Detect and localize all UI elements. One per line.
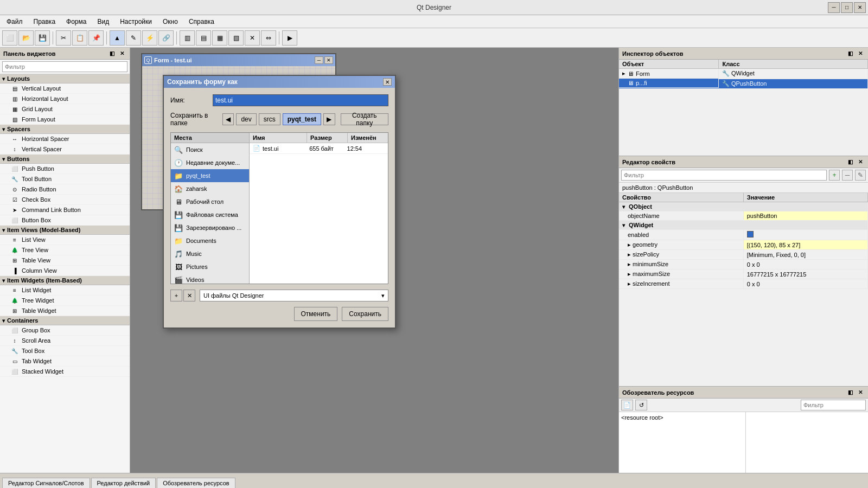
prop-value-objectname[interactable]: pushButton: [743, 211, 867, 221]
place-search[interactable]: 🔍 Поиск: [171, 143, 249, 156]
place-reserved[interactable]: 💾 Зарезервировано ...: [171, 221, 249, 234]
toolbar-form-layout[interactable]: ▧: [228, 30, 244, 46]
prop-maximumsize[interactable]: ▸ maximumSize 16777215 x 16777215: [619, 269, 868, 279]
widget-item-horizontal-layout[interactable]: ▥ Horizontal Layout: [0, 94, 130, 104]
widget-item-radio-button[interactable]: ⊙ Radio Button: [0, 184, 130, 195]
res-close-icon[interactable]: ✕: [856, 388, 865, 396]
path-forward-btn[interactable]: ▶: [323, 113, 335, 125]
menu-help[interactable]: Справка: [184, 17, 219, 27]
prop-name-maximumsize[interactable]: ▸ maximumSize: [619, 269, 743, 279]
toolbar-signal-slot[interactable]: ⚡: [142, 30, 157, 46]
prop-name-geometry[interactable]: ▸ geometry: [619, 240, 743, 250]
widget-filter-input[interactable]: [2, 61, 127, 72]
file-row-testui[interactable]: 📄 test.ui 655 байт 12:54: [250, 143, 388, 154]
widget-item-column-view[interactable]: ▐ Column View: [0, 266, 130, 276]
prop-name-sizepolicy[interactable]: ▸ sizePolicy: [619, 250, 743, 260]
widget-item-table-view[interactable]: ⊞ Table View: [0, 255, 130, 266]
category-buttons[interactable]: Buttons: [0, 155, 130, 164]
save-button[interactable]: Сохранить: [342, 307, 388, 321]
menu-view[interactable]: Вид: [93, 17, 113, 27]
minimize-button[interactable]: ─: [828, 2, 840, 13]
toolbar-save[interactable]: 💾: [35, 30, 50, 46]
toolbar-horiz-layout[interactable]: ▥: [180, 30, 195, 46]
toolbar-buddy[interactable]: 🔗: [158, 30, 174, 46]
place-videos[interactable]: 🎬 Videos: [171, 273, 249, 284]
place-zaharsk[interactable]: 🏠 zaharsk: [171, 182, 249, 195]
menu-settings[interactable]: Настройки: [116, 17, 156, 27]
dialog-close-btn[interactable]: ✕: [383, 78, 392, 86]
category-layouts[interactable]: Layouts: [0, 74, 130, 84]
col-name-header[interactable]: Имя: [250, 133, 307, 143]
widget-item-table-widget[interactable]: ⊞ Table Widget: [0, 306, 130, 316]
panel-float-icon[interactable]: ◧: [107, 49, 117, 57]
place-recent[interactable]: 🕐 Недавние докуме...: [171, 156, 249, 169]
save-dialog[interactable]: Сохранить форму как ✕ Имя: Сохранить в п…: [163, 75, 396, 329]
prop-minimumsize[interactable]: ▸ minimumSize 0 x 0: [619, 260, 868, 269]
filename-input[interactable]: [213, 94, 388, 106]
widget-item-tab-widget[interactable]: ▭ Tab Widget: [0, 356, 130, 367]
place-desktop[interactable]: 🖥 Рабочий стол: [171, 195, 249, 208]
prop-filter-input[interactable]: [621, 170, 827, 181]
remove-place-btn[interactable]: ✕: [183, 290, 195, 301]
category-containers[interactable]: Containers: [0, 316, 130, 325]
col-size-header[interactable]: Размер: [307, 133, 348, 143]
tab-resources[interactable]: Обозреватель ресурсов: [157, 478, 235, 488]
tab-signals-slots[interactable]: Редактор Сигналов/Слотов: [2, 478, 90, 488]
toolbar-copy[interactable]: 📋: [72, 30, 87, 46]
widget-item-check-box[interactable]: ☑ Check Box: [0, 195, 130, 205]
prop-add-btn[interactable]: +: [829, 170, 840, 181]
obj-float-icon[interactable]: ◧: [846, 49, 855, 57]
prop-geometry[interactable]: ▸ geometry [(150, 120), 85 x 27]: [619, 240, 868, 250]
prop-sizeincrement[interactable]: ▸ sizeIncrement 0 x 0: [619, 279, 868, 289]
widget-item-tool-button[interactable]: 🔧 Tool Button: [0, 174, 130, 184]
form-close-btn[interactable]: ✕: [324, 56, 333, 64]
toolbar-select[interactable]: ▲: [110, 30, 125, 46]
maximize-button[interactable]: □: [841, 2, 853, 13]
widget-item-vertical-layout[interactable]: ▤ Vertical Layout: [0, 84, 130, 94]
prop-value-sizeincrement[interactable]: 0 x 0: [743, 279, 867, 289]
prop-sizepolicy[interactable]: ▸ sizePolicy [Minimum, Fixed, 0, 0]: [619, 250, 868, 260]
path-srcs[interactable]: srcs: [259, 113, 280, 125]
filter-dropdown[interactable]: UI файлы Qt Designer ▾: [200, 290, 388, 301]
prop-close-icon[interactable]: ✕: [856, 158, 865, 166]
place-filesystem[interactable]: 💾 Файловая система: [171, 208, 249, 221]
close-button[interactable]: ✕: [854, 2, 866, 13]
prop-value-enabled[interactable]: [743, 230, 867, 240]
widget-item-group-box[interactable]: ⬜ Group Box: [0, 325, 130, 336]
widget-item-push-button[interactable]: ⬜ Push Button: [0, 164, 130, 174]
prop-name-minimumsize[interactable]: ▸ minimumSize: [619, 260, 743, 269]
toolbar-cut[interactable]: ✂: [56, 30, 71, 46]
widget-item-command-link[interactable]: ➤ Command Link Button: [0, 205, 130, 215]
path-back-btn[interactable]: ◀: [222, 113, 234, 125]
toolbar-adjust-size[interactable]: ⇔: [261, 30, 276, 46]
widget-item-stacked-widget[interactable]: ⬜ Stacked Widget: [0, 367, 130, 377]
widget-item-tool-box[interactable]: 🔧 Tool Box: [0, 346, 130, 356]
menu-file[interactable]: Файл: [2, 17, 27, 27]
prop-group-qobject[interactable]: ▾ QObject: [619, 202, 868, 211]
toolbar-break-layout[interactable]: ✕: [245, 30, 260, 46]
enabled-checkbox[interactable]: [747, 231, 754, 237]
prop-enabled[interactable]: enabled: [619, 230, 868, 240]
toolbar-new[interactable]: ⬜: [2, 30, 17, 46]
add-place-btn[interactable]: +: [170, 290, 182, 301]
menu-edit[interactable]: Правка: [29, 17, 60, 27]
place-pyqt-test[interactable]: 📁 pyqt_test: [171, 169, 249, 182]
toolbar-paste[interactable]: 📌: [88, 30, 104, 46]
new-folder-btn[interactable]: Создать папку: [341, 113, 389, 125]
panel-close-icon[interactable]: ✕: [118, 49, 126, 57]
widget-item-vert-spacer[interactable]: ↕ Vertical Spacer: [0, 144, 130, 155]
obj-close-icon[interactable]: ✕: [856, 49, 865, 57]
prop-remove-btn[interactable]: ─: [842, 170, 853, 181]
widget-item-list-view[interactable]: ≡ List View: [0, 235, 130, 245]
place-music[interactable]: 🎵 Music: [171, 247, 249, 260]
widget-item-grid-layout[interactable]: ▦ Grid Layout: [0, 104, 130, 114]
prop-float-icon[interactable]: ◧: [846, 158, 855, 166]
place-pictures[interactable]: 🖼 Pictures: [171, 260, 249, 273]
res-refresh-btn[interactable]: ↺: [635, 400, 647, 410]
category-spacers[interactable]: Spacers: [0, 125, 130, 134]
toolbar-open[interactable]: 📂: [18, 30, 34, 46]
res-float-icon[interactable]: ◧: [846, 388, 855, 396]
prop-value-minimumsize[interactable]: 0 x 0: [743, 260, 867, 269]
category-item-views[interactable]: Item Views (Model-Based): [0, 226, 130, 235]
prop-name-sizeincrement[interactable]: ▸ sizeIncrement: [619, 279, 743, 289]
